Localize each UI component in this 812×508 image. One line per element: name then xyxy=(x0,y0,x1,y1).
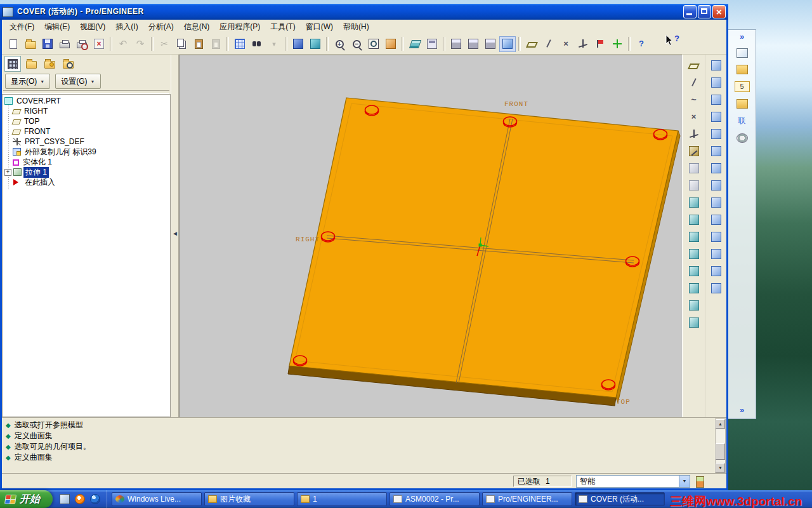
favorites-tab-button[interactable] xyxy=(41,56,58,72)
save-button[interactable] xyxy=(39,36,56,52)
collapse-panel-button[interactable]: ◄ xyxy=(172,230,178,237)
view-saved-button[interactable] xyxy=(465,36,481,52)
erase-button[interactable] xyxy=(91,36,107,52)
3d-viewport[interactable]: FRONT TOP RIGHT xyxy=(179,55,682,417)
panel-splitter[interactable]: ◄ xyxy=(171,55,179,417)
taskbar-item[interactable]: 图片收藏 xyxy=(204,492,294,506)
minimize-button[interactable] xyxy=(683,5,697,18)
chevron-expand-icon[interactable]: » xyxy=(740,32,744,41)
move-tool-button[interactable] xyxy=(707,91,725,108)
view-shaded-button[interactable] xyxy=(499,36,516,52)
analysis-tool-button[interactable] xyxy=(684,160,703,177)
mirror-tool-button[interactable] xyxy=(707,74,725,91)
cut-button[interactable] xyxy=(156,36,173,52)
regenerate-button[interactable] xyxy=(232,36,248,52)
taskbar-item[interactable]: COVER (活动... xyxy=(575,492,665,506)
document-icon[interactable] xyxy=(737,48,748,58)
menu-item[interactable]: 视图(V) xyxy=(75,20,110,34)
menu-item[interactable]: 窗口(W) xyxy=(301,20,338,34)
datum-csys-button[interactable] xyxy=(575,36,591,52)
taskbar-item[interactable]: Pro/ENGINEER... xyxy=(482,492,572,506)
paste-button[interactable] xyxy=(190,36,207,52)
tree-item[interactable]: RIGHT xyxy=(3,106,170,116)
history-tab-button[interactable] xyxy=(60,56,76,72)
wrap-tool-button[interactable] xyxy=(707,263,725,279)
tree-item[interactable]: +拉伸 1 xyxy=(3,167,170,177)
thicken-tool-button[interactable] xyxy=(707,194,725,211)
find-button[interactable] xyxy=(249,36,265,52)
merge-tool-button[interactable] xyxy=(707,109,725,125)
zoom-in-button[interactable] xyxy=(331,36,348,52)
datum-points-button[interactable] xyxy=(558,36,574,52)
menu-item[interactable]: 文件(F) xyxy=(4,20,39,34)
tree-item[interactable]: 在此插入 xyxy=(3,177,170,187)
datum-axis-button[interactable] xyxy=(684,74,703,91)
zoom-out-button[interactable] xyxy=(348,36,365,52)
tree-item[interactable]: TOP xyxy=(3,116,170,126)
taskbar-item[interactable]: 1 xyxy=(297,492,387,506)
view-standard-button[interactable] xyxy=(448,36,464,52)
shell-tool-button[interactable] xyxy=(684,297,703,314)
refit-button[interactable] xyxy=(365,36,382,52)
sketch-tool-button[interactable] xyxy=(684,143,703,159)
sketch-view-button[interactable] xyxy=(290,36,306,52)
tree-item[interactable]: 外部复制几何 标识39 xyxy=(3,147,170,157)
close-button[interactable] xyxy=(712,5,726,18)
menu-item[interactable]: 编辑(E) xyxy=(39,20,75,34)
new-button[interactable] xyxy=(5,36,22,52)
paste-special-button[interactable] xyxy=(207,36,224,52)
gear-icon[interactable] xyxy=(737,133,748,143)
project-tool-button[interactable] xyxy=(707,246,725,262)
print-preview-button[interactable] xyxy=(74,36,90,52)
model-tree-tab-button[interactable] xyxy=(4,56,21,72)
datum-plane-button[interactable] xyxy=(684,57,703,74)
menu-item[interactable]: 应用程序(P) xyxy=(214,20,265,34)
show-desktop-button[interactable] xyxy=(58,493,71,506)
taskbar-item[interactable]: ASM0002 - Pr... xyxy=(390,492,480,506)
window-titlebar[interactable]: COVER (活动的) - Pro/ENGINEER xyxy=(0,4,728,20)
media-player-button[interactable] xyxy=(73,493,86,506)
datum-planes-button[interactable] xyxy=(523,36,540,52)
trim-tool-button[interactable] xyxy=(707,126,725,142)
feature-note-button[interactable] xyxy=(684,177,703,194)
repaint-button[interactable] xyxy=(383,36,399,52)
copy-geometry-button[interactable] xyxy=(707,57,725,74)
combo-dropdown-button[interactable] xyxy=(679,476,690,487)
round-tool-button[interactable] xyxy=(684,314,703,331)
intersect-tool-button[interactable] xyxy=(707,229,725,245)
menu-item[interactable]: 工具(T) xyxy=(265,20,300,34)
solidify-tool-button[interactable] xyxy=(707,211,725,228)
expand-icon[interactable]: + xyxy=(4,169,11,176)
revolve-button[interactable] xyxy=(684,211,703,228)
extrude-button[interactable] xyxy=(684,194,703,211)
boundary-blend-button[interactable] xyxy=(684,263,703,279)
spin-center-button[interactable] xyxy=(609,36,625,52)
datum-curve-button[interactable] xyxy=(684,91,703,108)
folder-tab-button[interactable] xyxy=(23,56,39,72)
menu-item[interactable]: 信息(N) xyxy=(179,20,215,34)
copy-button[interactable] xyxy=(173,36,190,52)
print-button[interactable] xyxy=(56,36,73,52)
context-help-button[interactable] xyxy=(633,36,650,52)
tree-item[interactable]: COVER.PRT xyxy=(3,96,170,106)
display-filter-button[interactable] xyxy=(266,36,282,52)
datum-point-button[interactable] xyxy=(684,109,703,125)
menu-item[interactable]: 帮助(H) xyxy=(338,20,374,34)
annotations-button[interactable] xyxy=(592,36,608,52)
show-dropdown-button[interactable]: 显示(O) xyxy=(5,74,50,89)
selection-filter-combobox[interactable]: 智能 xyxy=(576,475,690,488)
taskbar-item[interactable]: Windows Live... xyxy=(112,492,202,506)
sweep-button[interactable] xyxy=(684,229,703,245)
start-button[interactable]: 开始 xyxy=(0,490,53,508)
scroll-up-button[interactable] xyxy=(716,419,725,429)
offset-tool-button[interactable] xyxy=(707,177,725,194)
redo-button[interactable] xyxy=(132,36,148,52)
tree-item[interactable]: 实体化 1 xyxy=(3,157,170,167)
view-cross-button[interactable] xyxy=(482,36,499,52)
layers-button[interactable] xyxy=(407,36,423,52)
pattern-tool-button[interactable] xyxy=(707,143,725,159)
menu-item[interactable]: 分析(A) xyxy=(143,20,179,34)
message-scrollbar[interactable] xyxy=(715,418,726,473)
scroll-down-button[interactable] xyxy=(716,463,725,472)
view-manager-button[interactable] xyxy=(424,36,440,52)
